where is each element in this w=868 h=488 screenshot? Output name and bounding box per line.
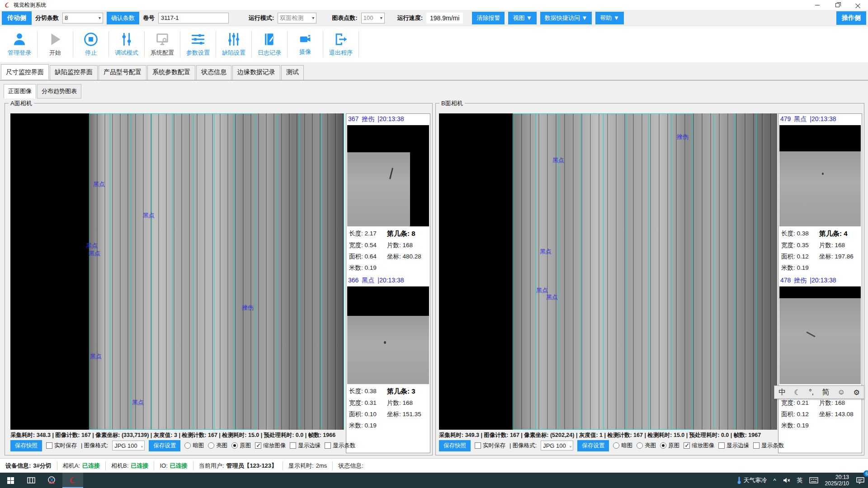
ime-simplified-icon[interactable]: 简 (822, 388, 829, 397)
task-view-button[interactable] (21, 473, 42, 488)
hidden-icons-button[interactable]: ^ (770, 473, 779, 488)
show-strips-checkbox[interactable]: 显示条数 (753, 442, 784, 450)
taskbar-clock[interactable]: 20:13 2025/2/10 (821, 474, 853, 487)
stat-value: 0.38 (365, 388, 377, 394)
original-image-radio[interactable]: 原图 (660, 442, 679, 450)
defect-card[interactable]: 367 挫伤 |20:13:38 长度: 2.17 第几条: 8 宽度: 0.5… (347, 114, 429, 274)
operate-side-button[interactable]: 操作侧 (836, 11, 866, 25)
camera-a-image[interactable]: 黑点 黑点 黑点 黑点 挫伤 黑点 黑点 (10, 113, 344, 430)
maximize-button[interactable] (827, 0, 848, 10)
radio-icon (231, 442, 238, 449)
view-menu-button[interactable]: 视图 ▼ (508, 12, 536, 24)
chevron-down-icon: ⌄ (140, 443, 144, 448)
bright-image-radio[interactable]: 亮图 (637, 442, 656, 450)
image-format-value: JPG 100 (114, 442, 137, 449)
roll-number-input[interactable] (158, 13, 229, 23)
slit-count-label: 分切条数 (35, 14, 59, 22)
realtime-save-checkbox[interactable]: 实时保存 (475, 442, 505, 450)
inspection-app-taskbar-button[interactable] (62, 473, 83, 488)
chart-points-select[interactable]: 100▾ (361, 13, 385, 23)
image-format-select[interactable]: JPG 100⌄ (541, 441, 573, 450)
defect-card[interactable]: 479 黑点 |20:13:38 长度: 0.38 第几条: 4 宽度: 0.3… (779, 114, 861, 274)
save-snapshot-button[interactable]: 保存快照 (439, 440, 471, 451)
tab-front-image[interactable]: 正面图像 (4, 84, 36, 99)
system-config-button[interactable]: 系统配置 (145, 28, 180, 61)
start-button[interactable] (0, 473, 21, 488)
defect-card[interactable]: 478 挫伤 |20:13:38 长度: 0.57 第几条: 3 宽度: 0.2… (779, 276, 861, 432)
stop-button[interactable]: 停止 (73, 28, 108, 61)
touch-keyboard-button[interactable] (806, 473, 821, 488)
save-snapshot-button[interactable]: 保存快照 (10, 440, 42, 451)
zoom-image-checkbox[interactable]: 缩放图像 (684, 442, 714, 450)
tab-trend-chart[interactable]: 分布趋势图表 (37, 84, 81, 99)
drive-side-button[interactable]: 传动侧 (2, 11, 32, 25)
checkbox-icon (684, 442, 690, 449)
clear-alarm-button[interactable]: 清除报警 (472, 12, 505, 24)
debug-mode-button[interactable]: 调试模式 (109, 28, 144, 61)
defect-card[interactable]: 366 黑点 |20:13:38 长度: 0.38 第几条: 3 宽度: 0.3… (347, 276, 429, 432)
stat-label: 面积: (781, 253, 795, 260)
defect-annotation: 黑点 (86, 242, 98, 250)
confirm-count-button[interactable]: 确认条数 (107, 12, 139, 24)
tab-system-params[interactable]: 系统参数配置 (147, 65, 195, 80)
show-edge-checkbox[interactable]: 显示边缘 (290, 442, 321, 450)
realtime-save-checkbox[interactable]: 实时保存 (46, 442, 77, 450)
image-format-label: | 图像格式: (509, 442, 537, 450)
defect-type: 挫伤 (362, 115, 374, 123)
start-button[interactable]: 开始 (38, 28, 73, 61)
log-button[interactable]: 日志记录 (252, 28, 287, 61)
camera-a-status-line: 采集耗时: 348.3 | 图像计数: 167 | 像素坐标: (333,713… (10, 432, 343, 439)
language-indicator[interactable]: 英 (794, 473, 806, 488)
image-format-select[interactable]: JPG 100⌄ (112, 441, 145, 450)
stat-label: 片数: (387, 242, 401, 249)
ime-emoji-icon[interactable]: ☺ (838, 388, 845, 396)
defect-settings-button[interactable]: 缺陷设置 (216, 28, 251, 61)
stat-value: 168 (835, 399, 845, 406)
save-settings-button[interactable]: 保存设置 (577, 440, 609, 451)
io-state: 已连接 (170, 462, 188, 470)
snipping-tool-button[interactable] (42, 473, 62, 488)
data-access-menu-button[interactable]: 数据快捷访问 ▼ (540, 12, 592, 24)
tab-product-model[interactable]: 产品型号配置 (99, 65, 146, 80)
tab-defect-monitor[interactable]: 缺陷监控界面 (50, 65, 98, 80)
login-button[interactable]: 管理登录 (2, 28, 37, 61)
minimize-button[interactable] (807, 0, 827, 10)
exit-button[interactable]: 退出程序 (323, 28, 359, 61)
clock-date: 2025/2/10 (825, 480, 849, 487)
exit-icon (333, 32, 349, 47)
slit-count-select[interactable]: 8▾ (62, 13, 103, 23)
show-strips-checkbox[interactable]: 显示条数 (325, 442, 355, 450)
ime-settings-gear-icon[interactable]: ⚙ (853, 388, 859, 397)
dark-image-radio[interactable]: 暗图 (184, 442, 204, 450)
defect-annotation: 黑点 (93, 180, 105, 188)
capture-button[interactable]: 摄像 (288, 28, 323, 61)
checkbox-label: 缩放图像 (692, 442, 714, 450)
bright-image-radio[interactable]: 亮图 (208, 442, 227, 450)
dark-image-radio[interactable]: 暗图 (613, 442, 632, 450)
stat-label: 宽度: (781, 242, 795, 249)
weather-widget[interactable]: 天气寒冷 (733, 473, 770, 488)
ime-punctuation-icon[interactable]: °, (809, 388, 814, 396)
roll-number-label: 卷号 (143, 14, 155, 22)
stat-value: 0.64 (365, 253, 377, 260)
defect-annotation: 黑点 (546, 293, 558, 301)
notification-center-button[interactable]: 6 (853, 473, 868, 488)
tab-test[interactable]: 测试 (281, 65, 304, 80)
ime-moon-icon[interactable]: ☾ (794, 388, 801, 397)
zoom-image-checkbox[interactable]: 缩放图像 (255, 442, 286, 450)
run-mode-select[interactable]: 双面检测▾ (278, 13, 316, 23)
tab-edge-data[interactable]: 边缘数据记录 (232, 65, 280, 80)
tab-size-monitor[interactable]: 尺寸监控界面 (1, 64, 49, 79)
original-image-radio[interactable]: 原图 (231, 442, 251, 450)
stat-label: 面积: (781, 411, 795, 418)
tool-label: 退出程序 (329, 49, 353, 57)
ime-lang-mode[interactable]: 中 (778, 388, 786, 397)
volume-button[interactable] (779, 473, 794, 488)
help-menu-button[interactable]: 帮助 ▼ (595, 12, 623, 24)
save-settings-button[interactable]: 保存设置 (149, 440, 180, 451)
tab-status-info[interactable]: 状态信息 (196, 65, 231, 80)
show-edge-checkbox[interactable]: 显示边缘 (718, 442, 749, 450)
camera-b-image[interactable]: 挫伤 黑点 黑点 黑点 黑点 (439, 113, 777, 430)
close-button[interactable] (848, 0, 868, 10)
param-settings-button[interactable]: 参数设置 (180, 28, 216, 61)
